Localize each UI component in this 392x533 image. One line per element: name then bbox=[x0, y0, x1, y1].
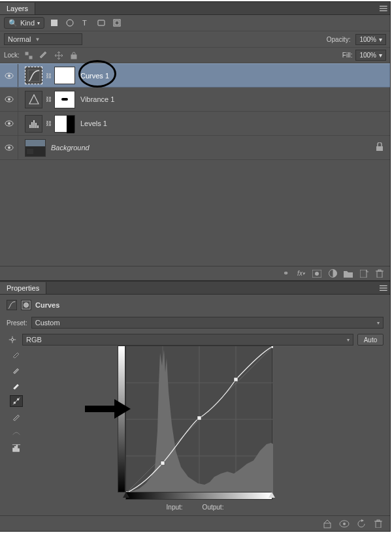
layer-thumbs: ⛓ bbox=[18, 67, 75, 84]
pencil-curve-icon[interactable] bbox=[10, 411, 23, 423]
properties-title-row: Curves bbox=[7, 299, 384, 312]
lock-all-icon[interactable] bbox=[68, 50, 80, 61]
preset-value: Custom bbox=[35, 319, 60, 327]
filter-kind-dropdown[interactable]: 🔍 Kind ▾ bbox=[4, 17, 44, 29]
clip-hist-icon[interactable] bbox=[10, 442, 23, 454]
svg-rect-10 bbox=[29, 56, 32, 59]
visibility-toggle[interactable] bbox=[0, 136, 18, 159]
svg-rect-42 bbox=[13, 448, 14, 451]
curves-adjustment-thumb[interactable] bbox=[25, 67, 42, 84]
link-layers-icon[interactable]: ⚭ bbox=[280, 268, 291, 279]
svg-rect-33 bbox=[378, 270, 381, 271]
layer-row-vibrance[interactable]: ⛓ Vibrance 1 bbox=[0, 88, 390, 112]
svg-rect-22 bbox=[35, 123, 37, 128]
layer-row-background[interactable]: Background bbox=[0, 136, 390, 160]
levels-adjustment-thumb[interactable] bbox=[25, 115, 42, 133]
mask-icon[interactable] bbox=[21, 300, 31, 310]
link-icon[interactable]: ⛓ bbox=[45, 120, 52, 127]
link-icon[interactable]: ⛓ bbox=[45, 73, 52, 79]
delete-layer-icon[interactable] bbox=[374, 268, 385, 279]
properties-body: Curves Preset: Custom ▾ RGB ▾ bbox=[0, 295, 390, 511]
point-curve-icon[interactable] bbox=[10, 395, 23, 407]
curve-canvas[interactable] bbox=[125, 346, 272, 493]
layer-mask-thumb[interactable] bbox=[54, 67, 75, 84]
svg-point-4 bbox=[67, 20, 73, 26]
layer-mask-thumb[interactable] bbox=[54, 91, 75, 108]
clip-to-below-icon[interactable] bbox=[322, 519, 333, 529]
eye-icon bbox=[5, 73, 14, 79]
auto-button[interactable]: Auto bbox=[357, 334, 384, 346]
layer-row-levels[interactable]: ⛓ Levels 1 bbox=[0, 112, 390, 136]
add-adjustment-icon[interactable] bbox=[327, 268, 338, 279]
link-icon[interactable]: ⛓ bbox=[45, 96, 52, 103]
reset-icon[interactable] bbox=[356, 519, 367, 529]
svg-point-13 bbox=[8, 74, 10, 77]
chevron-down-icon: ▾ bbox=[379, 36, 382, 43]
opacity-input[interactable]: 100% ▾ bbox=[355, 34, 386, 45]
layers-footer: ⚭ fx▾ bbox=[0, 266, 390, 280]
visibility-toggle[interactable] bbox=[0, 112, 18, 135]
curves-icon bbox=[7, 300, 17, 310]
fill-input[interactable]: 100% ▾ bbox=[355, 50, 386, 61]
layer-mask-thumb[interactable] bbox=[54, 115, 75, 133]
panel-menu-icon[interactable] bbox=[378, 3, 390, 14]
svg-point-39 bbox=[11, 338, 14, 341]
filter-shape-icon[interactable] bbox=[95, 17, 107, 29]
layer-name[interactable]: Levels 1 bbox=[80, 120, 107, 127]
gray-eyedropper-icon[interactable] bbox=[10, 364, 23, 376]
filter-smart-icon[interactable] bbox=[111, 17, 123, 29]
delete-icon[interactable] bbox=[373, 519, 384, 529]
layer-row-curves[interactable]: ⛓ Curves 1 bbox=[0, 63, 390, 88]
output-gradient bbox=[118, 346, 125, 493]
visibility-toggle[interactable] bbox=[0, 64, 18, 87]
curve-wrap bbox=[118, 346, 272, 493]
properties-title: Curves bbox=[35, 301, 59, 309]
svg-point-41 bbox=[17, 398, 19, 400]
visibility-toggle[interactable] bbox=[0, 88, 18, 111]
opacity-value: 100% bbox=[359, 36, 376, 43]
lock-transparent-icon[interactable] bbox=[23, 50, 35, 61]
layer-name[interactable]: Background bbox=[51, 144, 90, 152]
filter-type-icon[interactable]: T bbox=[80, 17, 91, 29]
vibrance-adjustment-thumb[interactable] bbox=[25, 91, 42, 108]
image-thumb[interactable] bbox=[25, 139, 46, 157]
layers-tab[interactable]: Layers bbox=[0, 3, 35, 14]
fx-icon[interactable]: fx▾ bbox=[296, 268, 306, 279]
properties-tab[interactable]: Properties bbox=[0, 282, 46, 294]
properties-footer bbox=[0, 515, 390, 531]
opacity-label: Opacity: bbox=[327, 36, 351, 43]
svg-rect-63 bbox=[377, 520, 380, 521]
targeted-adjustment-icon[interactable] bbox=[7, 334, 18, 346]
lock-pixels-icon[interactable] bbox=[38, 50, 50, 61]
input-label: Input: bbox=[167, 504, 183, 511]
filter-adjustment-icon[interactable] bbox=[64, 17, 76, 29]
black-point-slider[interactable] bbox=[123, 492, 129, 498]
svg-point-16 bbox=[8, 98, 10, 101]
add-mask-icon[interactable] bbox=[312, 268, 322, 279]
lock-fill-row: Lock: Fill: 100% ▾ bbox=[0, 48, 390, 63]
add-group-icon[interactable] bbox=[343, 268, 353, 279]
preset-dropdown[interactable]: Custom ▾ bbox=[31, 317, 384, 329]
filter-pixel-icon[interactable] bbox=[48, 17, 60, 29]
panel-menu-icon[interactable] bbox=[378, 282, 390, 294]
blend-mode-dropdown[interactable]: Normal ▼ bbox=[4, 33, 82, 45]
channel-dropdown[interactable]: RGB ▾ bbox=[22, 334, 353, 346]
input-gradient[interactable] bbox=[125, 492, 272, 500]
svg-rect-20 bbox=[31, 122, 33, 128]
chevron-down-icon: ▾ bbox=[347, 337, 350, 343]
layer-name[interactable]: Curves 1 bbox=[80, 72, 109, 80]
white-eyedropper-icon[interactable] bbox=[10, 380, 23, 391]
black-eyedropper-icon[interactable] bbox=[10, 348, 23, 360]
layer-name[interactable]: Vibrance 1 bbox=[80, 95, 114, 103]
svg-rect-3 bbox=[51, 20, 57, 26]
lock-position-icon[interactable] bbox=[53, 50, 65, 61]
view-previous-icon[interactable] bbox=[339, 519, 350, 529]
curve-tools bbox=[7, 346, 26, 511]
white-point-slider[interactable] bbox=[269, 492, 275, 498]
channel-value: RGB bbox=[26, 336, 42, 344]
lock-icon[interactable] bbox=[376, 142, 384, 153]
lock-label: Lock: bbox=[4, 52, 20, 59]
svg-point-28 bbox=[315, 272, 319, 276]
new-layer-icon[interactable] bbox=[359, 268, 369, 279]
smooth-curve-icon[interactable] bbox=[10, 427, 23, 438]
